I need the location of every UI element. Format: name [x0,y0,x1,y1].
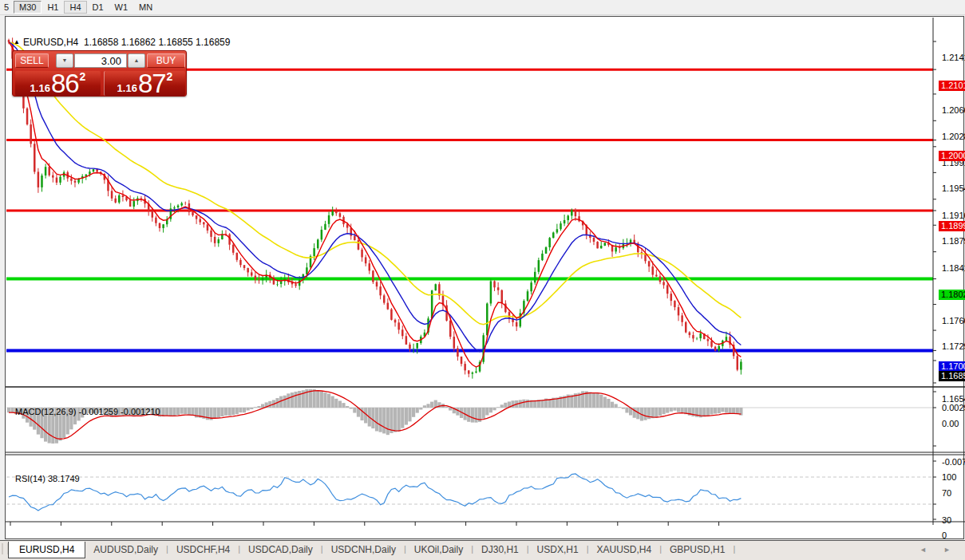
chart-symbol-period: EURUSD,H4 [23,37,78,48]
buy-price-sup: 2 [167,72,173,81]
price-axis-tick: 1.18410 [942,263,965,273]
price-axis-badge-1.21010: 1.21010 [939,81,965,91]
rsi-axis-tick: 0 [942,530,965,540]
chart-tab-usdcad-daily[interactable]: USDCAD,Daily [240,542,321,557]
price-axis-tick: 1.19160 [942,211,965,220]
price-axis-badge-1.16859: 1.16859 [939,371,965,381]
tab-scroll-right-icon[interactable]: ► [943,546,951,554]
macd-axis-tick: 0.00 [942,419,965,428]
chart-tab-ukoil-daily[interactable]: UKOil,Daily [406,542,471,557]
timeframe-button-m30[interactable]: M30 [14,1,42,14]
macd-axis-tick: 0.002947 [942,403,965,412]
rsi-axis-tick: 100 [942,472,965,482]
timeframe-toolbar: 5M30H1H4D1W1MN [0,0,965,15]
price-axis-tick: 1.20660 [942,105,965,115]
timeframe-button-w1[interactable]: W1 [109,1,134,14]
chart-tab-usdx-h1[interactable]: USDX,H1 [529,542,587,557]
rsi-axis-tick: 70 [942,488,965,498]
rsi-pane [6,474,933,511]
title-marker-icon: ▲ [14,38,20,45]
buy-price-big: 87 [138,72,166,95]
sell-button[interactable]: SELL [15,53,49,68]
timeframe-button-5[interactable]: 5 [0,1,11,14]
chart-tab-usdchf-h4[interactable]: USDCHF,H4 [168,542,238,557]
price-axis-badge-1.17002: 1.17002 [939,361,965,372]
one-click-trading-panel: SELL ▼ 3.00 ▲ BUY 1.16862 1.16872 [12,50,187,97]
price-axis-badge-1.18024: 1.18024 [939,290,965,300]
macd-axis-tick: -0.00715 [942,457,965,467]
price-axis-tick: 1.21410 [942,53,965,62]
price-axis-badge-1.18998: 1.18998 [939,221,965,231]
price-axis-tick: 1.17290 [942,341,965,351]
volume-increase-button[interactable]: ▲ [128,53,145,68]
tab-scroll-left-icon[interactable]: ◄ [920,546,927,554]
price-axis-tick: 1.19540 [942,183,965,193]
chart-tab-dj30-h1[interactable]: DJ30,H1 [473,542,527,557]
chart-quote-line: 1.16858 1.16862 1.16855 1.16859 [84,37,231,48]
timeframe-button-mn[interactable]: MN [133,1,158,14]
macd-label: MACD(12,26,9) -0.001259 -0.001210 [15,407,160,416]
chart-title: ▲EURUSD,H4 1.16858 1.16862 1.16855 1.168… [14,37,230,48]
buy-price-prefix: 1.16 [117,81,137,95]
sell-price-prefix: 1.16 [30,81,50,95]
volume-input[interactable]: 3.00 [74,53,127,68]
chart-tab-xauusd-h4[interactable]: XAUUSD,H4 [588,542,659,557]
sell-price-sup: 2 [80,72,86,81]
sell-price-button[interactable]: 1.16862 [15,71,101,96]
buy-button[interactable]: BUY [147,53,185,68]
price-axis-badge-1.20004: 1.20004 [939,151,965,161]
rsi-label: RSI(14) 38.1749 [15,474,80,483]
trading-terminal: 5M30H1H4D1W1MN ▲EURUSD,H4 1.16858 1.1686… [0,0,965,560]
price-axis-tick: 1.18790 [942,236,965,246]
buy-price-button[interactable]: 1.16872 [104,71,185,96]
volume-decrease-button[interactable]: ▼ [56,53,73,68]
chart-tab-gbpusd-h1[interactable]: GBPUSD,H1 [662,542,733,557]
chart-window: ▲EURUSD,H4 1.16858 1.16862 1.16855 1.168… [5,16,964,539]
rsi-axis-tick: 30 [942,515,965,525]
sell-price-big: 86 [51,72,79,95]
price-axis-tick: 1.20280 [942,132,965,141]
timeframe-button-h1[interactable]: H1 [42,1,64,14]
timeframe-button-d1[interactable]: D1 [87,1,109,14]
price-axis-tick: 1.17660 [942,316,965,325]
chart-tab-eurusd-h4[interactable]: EURUSD,H4 [8,542,85,558]
tab-separator: | [733,542,735,554]
chart-tab-usdcnh-daily[interactable]: USDCNH,Daily [323,542,404,557]
timeframe-button-h4[interactable]: H4 [64,1,86,14]
chart-tab-bar: EURUSD,H4AUDUSD,Daily|USDCHF,H4|USDCAD,D… [0,540,965,560]
chart-tab-audusd-daily[interactable]: AUDUSD,Daily [85,542,166,557]
